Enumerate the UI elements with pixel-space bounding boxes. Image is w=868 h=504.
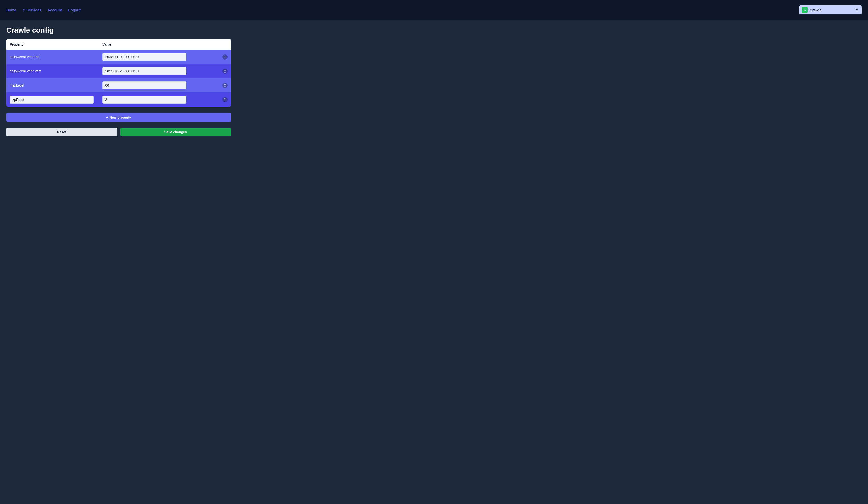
new-property-label: New property: [110, 115, 131, 119]
column-header-property: Property: [10, 42, 103, 46]
trash-icon: [224, 98, 226, 101]
plus-icon: +: [106, 115, 108, 119]
action-buttons: Reset Save changes: [6, 128, 231, 136]
property-value-input[interactable]: [103, 81, 186, 89]
save-button[interactable]: Save changes: [120, 128, 231, 136]
property-name-input[interactable]: [10, 95, 94, 103]
table-row: halloweenEventEnd: [6, 50, 231, 64]
delete-property-button[interactable]: [222, 97, 228, 102]
delete-property-button[interactable]: [222, 54, 228, 60]
new-property-button[interactable]: + New property: [6, 113, 231, 122]
nav-services-label: Services: [27, 8, 41, 12]
workspace-name: Crawle: [810, 8, 853, 12]
property-name: halloweenEventEnd: [10, 55, 40, 59]
delete-property-button[interactable]: [222, 69, 228, 74]
table-row: halloweenEventStart: [6, 64, 231, 78]
nav-account[interactable]: Account: [48, 8, 62, 12]
chevron-down-icon: [855, 8, 859, 12]
caret-down-icon: ▼: [23, 9, 25, 11]
property-value-input[interactable]: [103, 67, 186, 75]
trash-icon: [224, 56, 226, 58]
property-value-input[interactable]: [103, 53, 186, 61]
table-row: maxLevel: [6, 78, 231, 92]
delete-property-button[interactable]: [222, 83, 228, 88]
property-name: halloweenEventStart: [10, 69, 41, 73]
nav-services[interactable]: ▼ Services: [23, 8, 41, 12]
config-table: Property Value halloweenEventEndhallowee…: [6, 39, 231, 107]
reset-button[interactable]: Reset: [6, 128, 117, 136]
property-value-input[interactable]: [103, 95, 186, 103]
table-header: Property Value: [6, 39, 231, 50]
page-title: Crawle config: [6, 26, 862, 34]
table-body: halloweenEventEndhalloweenEventStartmaxL…: [6, 50, 231, 107]
nav-logout[interactable]: Logout: [68, 8, 81, 12]
page-content: Crawle config Property Value halloweenEv…: [0, 20, 868, 142]
trash-icon: [224, 70, 226, 73]
nav-home[interactable]: Home: [6, 8, 17, 12]
property-name: maxLevel: [10, 83, 24, 87]
column-header-value: Value: [103, 42, 213, 46]
trash-icon: [224, 84, 226, 87]
workspace-badge: C: [802, 7, 808, 13]
top-header: Home ▼ Services Account Logout C Crawle: [0, 0, 868, 20]
table-row: [6, 92, 231, 107]
workspace-selector[interactable]: C Crawle: [799, 5, 862, 14]
main-nav: Home ▼ Services Account Logout: [6, 8, 81, 12]
